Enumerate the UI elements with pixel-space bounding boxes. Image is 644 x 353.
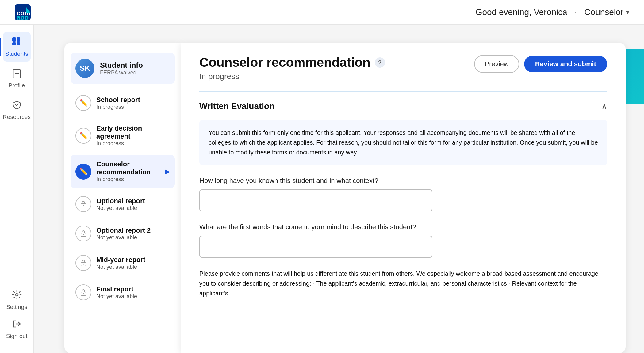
- field-3: Please provide comments that will help u…: [199, 269, 607, 298]
- sidebar-signout-label: Sign out: [6, 333, 28, 340]
- optional-report-2-title: Optional report 2: [96, 226, 151, 234]
- counselor-dropdown[interactable]: Counselor ▾: [584, 7, 629, 17]
- field-1: How long have you known this student and…: [199, 176, 607, 211]
- main-content: SK Student info FERPA waived ✏️ School r…: [34, 25, 644, 353]
- student-info-card[interactable]: SK Student info FERPA waived: [71, 53, 175, 84]
- optional-report-2-status: Not yet available: [96, 234, 151, 241]
- field-2: What are the first words that come to yo…: [199, 222, 607, 258]
- nav-item-mid-year: Mid-year report Not yet available: [71, 249, 175, 276]
- svg-rect-6: [12, 42, 16, 45]
- sidebar-item-profile[interactable]: Profile: [3, 64, 31, 93]
- sidebar-settings-label: Settings: [6, 304, 27, 310]
- top-nav: common app Good evening, Veronica · Coun…: [0, 0, 644, 25]
- collapse-icon[interactable]: ∧: [601, 102, 607, 111]
- avatar: SK: [75, 59, 94, 78]
- student-sub: FERPA waived: [100, 70, 143, 76]
- top-nav-right: Good evening, Veronica · Counselor ▾: [476, 7, 629, 17]
- avatar-initials: SK: [80, 64, 90, 73]
- svg-point-21: [83, 293, 84, 294]
- field-1-label: How long have you known this student and…: [199, 176, 607, 186]
- counselor-rec-status: In progress: [96, 176, 160, 183]
- field-3-text: Please provide comments that will help u…: [199, 269, 607, 298]
- counselor-rec-text: Counselor recommendation In progress: [96, 160, 160, 183]
- form-status: In progress: [199, 72, 385, 81]
- field-2-input[interactable]: [199, 236, 432, 258]
- sidebar-item-settings[interactable]: Settings: [3, 286, 31, 315]
- right-panel: Counselor recommendation ? In progress P…: [181, 43, 626, 353]
- nav-item-counselor-rec[interactable]: ✏️ Counselor recommendation In progress …: [71, 155, 175, 188]
- optional-report-title: Optional report: [96, 197, 145, 205]
- mid-year-status: Not yet available: [96, 264, 145, 270]
- school-report-text: School report In progress: [96, 96, 140, 110]
- settings-icon: [12, 290, 22, 302]
- preview-button[interactable]: Preview: [474, 55, 519, 73]
- left-panel: SK Student info FERPA waived ✏️ School r…: [64, 43, 181, 353]
- section-divider: [199, 91, 607, 92]
- card-container: SK Student info FERPA waived ✏️ School r…: [64, 43, 626, 353]
- mid-year-text: Mid-year report Not yet available: [96, 256, 145, 270]
- greeting-text: Good evening, Veronica: [476, 7, 567, 17]
- mid-year-icon: [75, 255, 91, 271]
- early-decision-title: Early decision agreement: [96, 124, 170, 140]
- separator: ·: [575, 7, 577, 17]
- logo-area: common app: [15, 4, 31, 20]
- optional-report-2-text: Optional report 2 Not yet available: [96, 226, 151, 241]
- sidebar-item-resources[interactable]: Resources: [3, 96, 31, 125]
- svg-rect-7: [17, 42, 20, 45]
- nav-item-final-report: Final report Not yet available: [71, 279, 175, 306]
- resources-icon: [12, 100, 22, 112]
- counselor-rec-title: Counselor recommendation: [96, 160, 160, 176]
- notice-text: You can submit this form only one time f…: [209, 128, 598, 157]
- sidebar-students-label: Students: [5, 51, 28, 57]
- optional-report-text: Optional report Not yet available: [96, 197, 145, 211]
- mid-year-title: Mid-year report: [96, 256, 145, 264]
- svg-point-12: [16, 294, 18, 296]
- sidebar-profile-label: Profile: [9, 82, 25, 89]
- students-icon: [12, 36, 22, 49]
- early-decision-icon: ✏️: [75, 128, 91, 144]
- help-icon[interactable]: ?: [375, 57, 385, 68]
- sidebar-resources-label: Resources: [3, 114, 31, 120]
- sidebar-bottom: Settings Sign out: [3, 286, 31, 353]
- role-label: Counselor: [584, 7, 623, 17]
- field-1-input[interactable]: [199, 189, 432, 211]
- final-report-icon: [75, 284, 91, 300]
- svg-point-19: [83, 264, 84, 265]
- final-report-title: Final report: [96, 285, 137, 293]
- logo: common app: [15, 4, 31, 20]
- form-header: Counselor recommendation ? In progress P…: [199, 55, 607, 81]
- svg-text:app: app: [17, 13, 29, 20]
- svg-rect-5: [17, 37, 20, 42]
- svg-point-17: [83, 234, 84, 235]
- sidebar-item-signout[interactable]: Sign out: [3, 315, 31, 344]
- final-report-status: Not yet available: [96, 293, 137, 300]
- nav-item-school-report[interactable]: ✏️ School report In progress: [71, 89, 175, 116]
- nav-item-early-decision[interactable]: ✏️ Early decision agreement In progress: [71, 119, 175, 152]
- optional-report-2-icon: [75, 226, 91, 241]
- form-actions: Preview Review and submit: [474, 55, 607, 73]
- school-report-title: School report: [96, 96, 140, 104]
- section-header: Written Evaluation ∧: [199, 101, 607, 111]
- notice-box: You can submit this form only one time f…: [199, 120, 607, 165]
- logo-svg: common app: [15, 4, 31, 20]
- optional-report-status: Not yet available: [96, 205, 145, 211]
- svg-rect-4: [12, 37, 16, 42]
- app-layout: Students Profile Resources: [0, 25, 644, 353]
- nav-arrow-icon: ▶: [165, 168, 170, 176]
- optional-report-icon: [75, 196, 91, 212]
- early-decision-text: Early decision agreement In progress: [96, 124, 170, 147]
- sidebar-item-students[interactable]: Students: [3, 32, 31, 62]
- counselor-rec-icon: ✏️: [75, 164, 91, 180]
- signout-icon: [12, 319, 22, 331]
- sidebar: Students Profile Resources: [0, 25, 34, 353]
- field-2-label: What are the first words that come to yo…: [199, 222, 607, 232]
- form-title: Counselor recommendation ?: [199, 55, 385, 70]
- school-report-icon: ✏️: [75, 95, 91, 111]
- final-report-text: Final report Not yet available: [96, 285, 137, 300]
- review-submit-button[interactable]: Review and submit: [524, 56, 607, 72]
- form-title-block: Counselor recommendation ? In progress: [199, 55, 385, 81]
- section-title: Written Evaluation: [199, 101, 274, 111]
- nav-item-optional-report-2: Optional report 2 Not yet available: [71, 220, 175, 247]
- student-info-text: Student info FERPA waived: [100, 61, 143, 76]
- svg-point-15: [83, 205, 84, 206]
